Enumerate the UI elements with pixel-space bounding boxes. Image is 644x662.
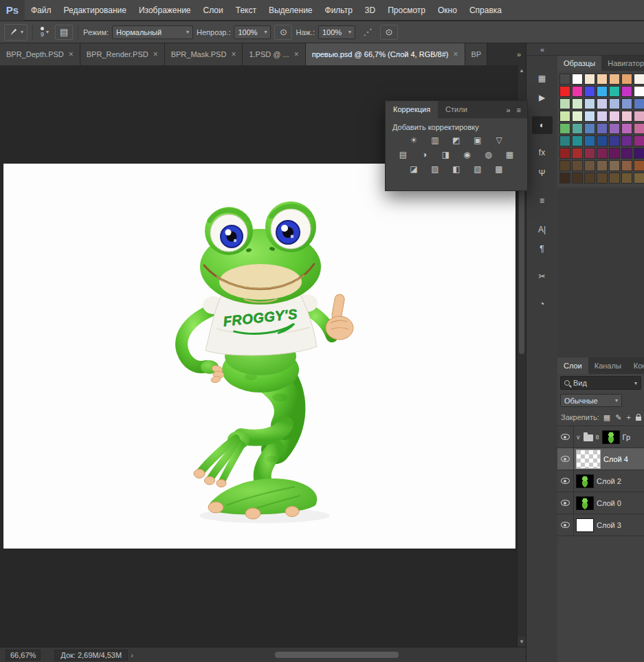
swatch[interactable] xyxy=(584,173,595,184)
swatch[interactable] xyxy=(609,111,620,122)
document-tab[interactable]: BP xyxy=(465,43,487,65)
hue-saturation-icon[interactable]: ▤ xyxy=(396,149,411,161)
clone-source-panel-icon[interactable]: ≡ xyxy=(532,192,553,210)
opacity-pressure-toggle[interactable]: ⊙ xyxy=(274,25,292,40)
swatch[interactable] xyxy=(572,86,583,97)
layer-row[interactable]: Слой 3 xyxy=(557,514,644,536)
brush-tool-preset-button[interactable]: ▾ xyxy=(4,24,27,41)
swatch[interactable] xyxy=(584,135,595,146)
swatch[interactable] xyxy=(597,123,608,134)
tab-overflow-button[interactable]: » xyxy=(512,43,526,65)
posterize-icon[interactable]: ▨ xyxy=(428,164,443,175)
status-menu-chevron-icon[interactable]: › xyxy=(131,651,133,659)
layer-thumbnail[interactable] xyxy=(576,450,601,469)
layer-visibility-toggle[interactable] xyxy=(557,426,574,448)
swatch[interactable] xyxy=(634,160,644,171)
swatch[interactable] xyxy=(584,74,595,85)
lock-pixels-icon[interactable]: ✎ xyxy=(615,413,621,422)
swatch[interactable] xyxy=(572,74,583,85)
layer-group-row[interactable]: ∨8Гр xyxy=(557,426,644,448)
swatch[interactable] xyxy=(597,160,608,171)
adjustments-panel-icon[interactable]: ◐ xyxy=(532,116,553,134)
vibrance-icon[interactable]: ▽ xyxy=(491,135,507,146)
tool-presets-panel-icon[interactable]: Ψ xyxy=(532,164,553,182)
close-tab-icon[interactable]: × xyxy=(231,49,236,59)
swatch[interactable] xyxy=(584,86,595,97)
swatch[interactable] xyxy=(572,148,583,159)
flow-select[interactable]: 100% ▾ xyxy=(318,25,355,39)
close-tab-icon[interactable]: × xyxy=(153,49,158,59)
swatch[interactable] xyxy=(559,74,570,85)
tab-channels[interactable]: Каналы xyxy=(588,357,628,374)
swatch[interactable] xyxy=(597,98,608,109)
document-tab[interactable]: превью.psd @ 66,7% (Слой 4, RGB/8#)× xyxy=(306,43,465,65)
swatch[interactable] xyxy=(621,135,632,146)
layer-visibility-toggle[interactable] xyxy=(557,448,574,470)
swatch[interactable] xyxy=(584,148,595,159)
layer-thumbnail[interactable] xyxy=(576,474,594,488)
swatch[interactable] xyxy=(634,135,644,146)
opacity-select[interactable]: 100% ▾ xyxy=(234,25,271,39)
tab-adjustments[interactable]: Коррекция xyxy=(386,101,438,118)
vertical-scrollbar-thumb[interactable] xyxy=(519,168,524,354)
swatch[interactable] xyxy=(634,123,644,134)
swatch[interactable] xyxy=(572,123,583,134)
swatch[interactable] xyxy=(609,74,620,85)
document-tab[interactable]: 1.PSD @ ...× xyxy=(243,43,305,65)
menu-item[interactable]: Фильтр xyxy=(319,0,359,21)
levels-icon[interactable]: ▥ xyxy=(428,135,443,146)
airbrush-toggle[interactable]: ⋰ xyxy=(359,25,377,40)
swatch[interactable] xyxy=(584,123,595,134)
lock-position-icon[interactable]: + xyxy=(626,413,630,421)
swatch[interactable] xyxy=(609,173,620,184)
swatch[interactable] xyxy=(597,173,608,184)
swatch[interactable] xyxy=(609,123,620,134)
color-balance-icon[interactable]: ◑ xyxy=(417,149,432,161)
layer-row[interactable]: Слой 0 xyxy=(557,492,644,514)
swatch[interactable] xyxy=(609,135,620,146)
swatch[interactable] xyxy=(597,135,608,146)
photo-filter-icon[interactable]: ◉ xyxy=(460,149,475,161)
layer-visibility-toggle[interactable] xyxy=(557,492,574,514)
tab-layers[interactable]: Слои xyxy=(557,357,588,374)
swatch[interactable] xyxy=(621,98,632,109)
document-tab[interactable]: BPR_Render.PSD× xyxy=(80,43,165,65)
brush-presets-panel-icon[interactable]: ▦ xyxy=(532,69,553,87)
swatch[interactable] xyxy=(597,86,608,97)
blend-mode-select[interactable]: Нормальный ▾ xyxy=(112,25,193,39)
document-tab[interactable]: BPR_Depth.PSD× xyxy=(0,43,80,65)
swatch[interactable] xyxy=(559,148,570,159)
brush-preset-picker[interactable]: 9 ▾ xyxy=(38,23,52,41)
swatch[interactable] xyxy=(559,111,570,122)
swatch[interactable] xyxy=(634,111,644,122)
swatch[interactable] xyxy=(634,86,644,97)
styles-fx-panel-icon[interactable]: fx xyxy=(532,144,553,162)
menu-item[interactable]: Выделение xyxy=(263,0,319,21)
swatch[interactable] xyxy=(634,98,644,109)
layer-visibility-toggle[interactable] xyxy=(557,514,574,536)
menu-item[interactable]: Текст xyxy=(230,0,263,21)
color-lookup-icon[interactable]: ▦ xyxy=(502,149,518,161)
tab-navigator[interactable]: Навигатор xyxy=(601,56,644,71)
swatch[interactable] xyxy=(572,111,583,122)
swatch[interactable] xyxy=(609,148,620,159)
layer-filter-select[interactable]: Вид ▾ xyxy=(560,376,641,390)
brightness-contrast-icon[interactable]: ☀ xyxy=(406,135,421,146)
scroll-up-icon[interactable]: ▴ xyxy=(518,65,526,75)
layer-thumbnail[interactable] xyxy=(602,430,620,444)
swatch[interactable] xyxy=(559,123,570,134)
swatch[interactable] xyxy=(572,173,583,184)
swatch[interactable] xyxy=(572,135,583,146)
panel-menu-icon[interactable]: ≡ xyxy=(517,106,521,114)
swatch[interactable] xyxy=(609,160,620,171)
menu-item[interactable]: Изображение xyxy=(133,0,197,21)
character-panel-icon[interactable]: A| xyxy=(532,221,553,239)
swatch[interactable] xyxy=(559,135,570,146)
collapse-panels-button[interactable]: « xyxy=(540,45,544,54)
channel-mixer-icon[interactable]: ◍ xyxy=(481,149,496,161)
swatch[interactable] xyxy=(609,86,620,97)
size-pressure-toggle[interactable]: ⊙ xyxy=(380,25,398,40)
close-tab-icon[interactable]: × xyxy=(69,49,74,59)
gradient-map-icon[interactable]: ▩ xyxy=(491,164,507,175)
tab-paths[interactable]: Кон xyxy=(628,357,644,374)
